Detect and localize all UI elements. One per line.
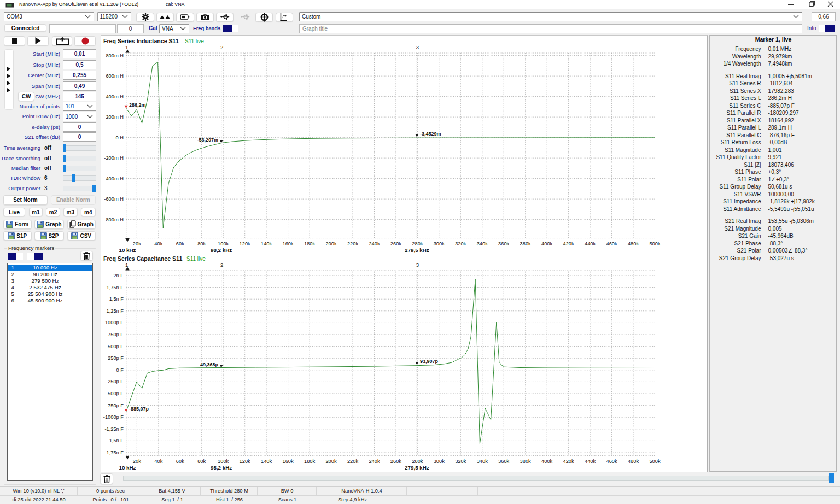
svg-text:80k: 80k	[197, 241, 206, 247]
svg-text:60k: 60k	[176, 241, 184, 247]
svg-text:400k: 400k	[541, 459, 553, 464]
svg-text:-200m H: -200m H	[104, 155, 124, 161]
svg-text:220k: 220k	[347, 241, 359, 247]
svg-text:420k: 420k	[563, 459, 575, 464]
svg-text:-500p F: -500p F	[106, 391, 124, 396]
svg-text:440k: 440k	[585, 459, 596, 464]
svg-text:1: 1	[125, 262, 128, 268]
svg-text:-1,5n F: -1,5n F	[108, 438, 124, 443]
svg-text:93,907p: 93,907p	[420, 359, 439, 364]
svg-text:340k: 340k	[477, 241, 488, 247]
svg-text:-800m H: -800m H	[104, 217, 124, 222]
svg-text:260k: 260k	[390, 241, 402, 247]
svg-text:0 H: 0 H	[116, 135, 124, 140]
svg-text:180k: 180k	[304, 459, 316, 464]
svg-text:300k: 300k	[434, 241, 445, 247]
svg-text:460k: 460k	[606, 241, 618, 247]
svg-text:360k: 360k	[498, 459, 510, 464]
svg-text:400m H: 400m H	[106, 94, 124, 99]
svg-text:1: 1	[125, 44, 128, 50]
svg-text:240k: 240k	[369, 241, 380, 247]
svg-text:200k: 200k	[325, 241, 337, 247]
svg-text:-1,75n F: -1,75n F	[104, 450, 124, 455]
svg-text:49,368p: 49,368p	[200, 362, 219, 367]
svg-text:480k: 480k	[628, 459, 639, 464]
svg-text:240k: 240k	[369, 459, 380, 464]
svg-text:500k: 500k	[649, 459, 661, 464]
svg-text:480k: 480k	[628, 241, 639, 247]
svg-text:750p F: 750p F	[108, 332, 124, 337]
svg-text:360k: 360k	[498, 241, 510, 247]
svg-text:3: 3	[416, 44, 419, 50]
svg-text:300k: 300k	[434, 459, 445, 464]
svg-text:420k: 420k	[563, 241, 575, 247]
svg-text:260k: 260k	[390, 459, 402, 464]
svg-text:S11 live: S11 live	[186, 256, 206, 262]
svg-text:-400m H: -400m H	[104, 176, 124, 181]
svg-text:0 F: 0 F	[116, 367, 124, 373]
svg-text:320k: 320k	[455, 459, 466, 464]
svg-text:460k: 460k	[606, 459, 618, 464]
svg-text:1,25n F: 1,25n F	[106, 308, 124, 314]
svg-text:1,5n F: 1,5n F	[109, 296, 124, 302]
svg-text:440k: 440k	[585, 241, 596, 247]
svg-text:-1000p F: -1000p F	[103, 414, 124, 420]
svg-text:40k: 40k	[154, 459, 162, 464]
svg-text:279,5 kHz: 279,5 kHz	[405, 247, 429, 253]
svg-text:80k: 80k	[197, 459, 206, 464]
svg-text:140k: 140k	[261, 241, 272, 247]
svg-text:60k: 60k	[176, 459, 184, 464]
svg-text:S11 live: S11 live	[185, 38, 204, 44]
svg-text:2: 2	[220, 262, 223, 268]
svg-text:380k: 380k	[520, 459, 532, 464]
svg-text:160k: 160k	[283, 241, 294, 247]
svg-text:1000p F: 1000p F	[105, 320, 124, 325]
svg-text:Freq Series Inductance S11: Freq Series Inductance S11	[103, 38, 179, 44]
svg-text:160k: 160k	[283, 459, 294, 464]
svg-text:120k: 120k	[240, 459, 251, 464]
svg-text:200m H: 200m H	[106, 114, 124, 120]
svg-text:100k: 100k	[218, 459, 229, 464]
svg-text:40k: 40k	[154, 241, 162, 247]
svg-text:-600m H: -600m H	[104, 196, 124, 202]
svg-text:-3,4529m: -3,4529m	[420, 131, 441, 137]
svg-text:800m H: 800m H	[106, 53, 124, 58]
svg-text:98,2 kHz: 98,2 kHz	[211, 465, 232, 471]
svg-text:2n F: 2n F	[113, 273, 124, 278]
svg-text:340k: 340k	[477, 459, 488, 464]
svg-text:120k: 120k	[240, 241, 251, 247]
svg-text:500k: 500k	[649, 241, 661, 247]
svg-text:98,2 kHz: 98,2 kHz	[211, 247, 232, 253]
svg-text:20k: 20k	[133, 241, 141, 247]
svg-text:Freq Series Capacitance S11: Freq Series Capacitance S11	[103, 255, 182, 262]
svg-text:286,2m: 286,2m	[129, 102, 146, 108]
svg-text:3: 3	[416, 262, 419, 268]
svg-text:180k: 180k	[304, 241, 316, 247]
svg-text:500p F: 500p F	[108, 344, 124, 349]
svg-text:-750p F: -750p F	[106, 403, 124, 408]
svg-text:10 kHz: 10 kHz	[119, 465, 136, 471]
svg-text:-250p F: -250p F	[106, 379, 124, 384]
svg-text:250p F: 250p F	[108, 355, 124, 361]
svg-text:100k: 100k	[218, 241, 229, 247]
svg-text:280k: 280k	[412, 241, 423, 247]
svg-text:-53,207m: -53,207m	[197, 137, 219, 143]
svg-text:1,75n F: 1,75n F	[106, 285, 124, 290]
svg-text:140k: 140k	[261, 459, 272, 464]
svg-text:220k: 220k	[347, 459, 359, 464]
svg-text:-1,25n F: -1,25n F	[104, 426, 124, 432]
svg-text:10 kHz: 10 kHz	[119, 247, 136, 253]
svg-text:-885,07p: -885,07p	[129, 406, 149, 412]
svg-text:279,5 kHz: 279,5 kHz	[405, 465, 429, 471]
svg-text:600m H: 600m H	[106, 73, 124, 79]
svg-text:400k: 400k	[541, 241, 553, 247]
svg-text:200k: 200k	[325, 459, 337, 464]
svg-text:320k: 320k	[455, 241, 466, 247]
svg-text:2: 2	[220, 44, 223, 50]
svg-text:20k: 20k	[133, 459, 141, 464]
svg-text:280k: 280k	[412, 459, 423, 464]
svg-text:380k: 380k	[520, 241, 532, 247]
